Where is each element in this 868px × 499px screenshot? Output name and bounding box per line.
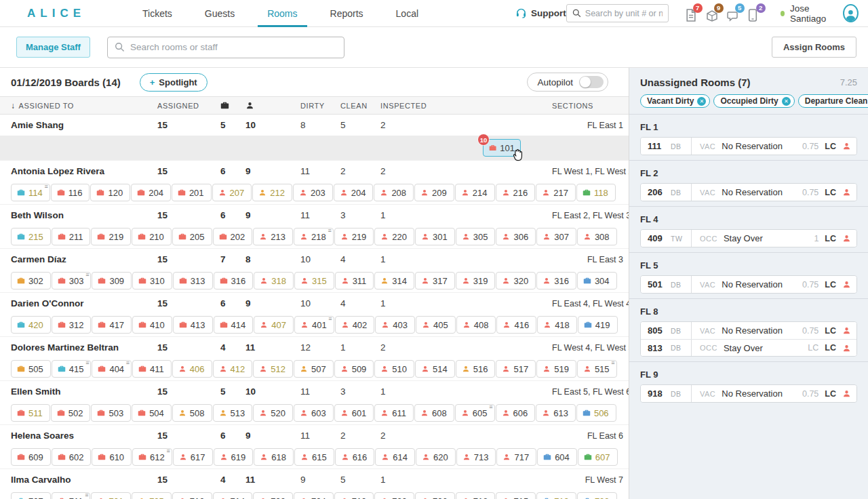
room-chip[interactable]: 114≡ [11,184,50,201]
room-chip[interactable]: 615 [294,448,334,466]
room-chip[interactable]: 408 [456,316,496,334]
room-chip[interactable]: 215 [11,228,51,245]
room-chip[interactable]: 720 [374,492,414,499]
room-chip[interactable]: 618 [254,448,294,466]
filter-chip[interactable]: Departure Clean✕ [798,94,868,108]
room-chip[interactable]: 502 [51,404,91,422]
room-chip[interactable]: 509 [334,360,374,378]
staff-name[interactable]: Beth Wilson [11,210,157,220]
assign-rooms-button[interactable]: Assign Rooms [772,37,856,58]
room-chip[interactable]: 301 [415,228,455,245]
room-chip[interactable]: 220 [374,228,414,245]
room-chip[interactable]: 704 [294,492,334,499]
staff-name[interactable]: Antonia Lòpez Rivera [11,166,157,176]
room-chip[interactable]: 316 [536,272,576,290]
phone-icon[interactable]: 2 [748,5,763,22]
room-chip[interactable]: 611 [374,404,414,422]
room-chip[interactable]: 203 [293,184,333,201]
room-chip[interactable]: 605≡ [455,404,495,422]
room-chip[interactable]: 710 [334,492,374,499]
staff-name[interactable]: Helena Soares [11,431,157,441]
room-chip[interactable]: 616 [335,448,375,466]
room-chip[interactable]: 209 [414,184,454,201]
remove-filter-icon[interactable]: ✕ [782,97,791,106]
unassigned-room-row[interactable]: 409TWOCCStay Over1LC [641,230,856,247]
room-chip[interactable]: 401≡ [294,316,334,334]
room-chip[interactable]: 419 [578,316,618,334]
staff-name[interactable]: Ilma Carvalho [11,475,157,485]
staff-name[interactable]: Ellen Smith [11,386,157,397]
room-chip[interactable]: 602 [52,448,92,466]
staff-name[interactable]: Carmen Díaz [11,254,157,264]
filter-chip[interactable]: Vacant Dirty✕ [640,94,710,108]
room-chip[interactable]: 515≡ [577,360,617,378]
room-chip[interactable]: 318 [254,272,294,290]
room-chip[interactable]: 713 [456,448,496,466]
unassigned-room-row[interactable]: 501DBVACNo Reservation0.75LC [641,276,856,293]
room-chip[interactable]: 217 [536,184,576,201]
room-chip[interactable]: 719 [536,492,576,499]
room-chip[interactable]: 219 [91,228,131,245]
room-chip[interactable]: 717 [496,448,536,466]
room-chip[interactable]: 407 [254,316,294,334]
room-chip[interactable]: 506 [576,404,616,422]
room-chip[interactable]: 608 [414,404,454,422]
room-chip[interactable]: 309 [92,272,132,290]
room-chip[interactable]: 201 [172,184,212,201]
room-chip[interactable]: 307 [536,228,576,245]
room-chip[interactable]: 705 [132,492,172,499]
room-chip[interactable]: 514 [415,360,455,378]
tab-guests[interactable]: Guests [189,0,251,27]
room-chip[interactable]: 414 [214,316,254,334]
room-chip[interactable]: 406 [172,360,212,378]
room-chip[interactable]: 516 [456,360,496,378]
room-chip[interactable]: 607 [578,448,618,466]
support-button[interactable]: Support [516,8,566,18]
room-chip[interactable]: 302 [11,272,51,290]
room-chip[interactable]: 614 [375,448,415,466]
room-chip[interactable]: 512 [253,360,293,378]
room-chip[interactable]: 205 [172,228,212,245]
room-chip[interactable]: 120 [90,184,130,201]
room-chip[interactable]: 613 [536,404,576,422]
remove-filter-icon[interactable]: ✕ [697,97,706,106]
tab-rooms[interactable]: Rooms [251,0,313,27]
room-chip[interactable]: 619 [214,448,254,466]
room-chip[interactable]: 505 [11,360,51,378]
room-chip[interactable]: 712 [172,492,212,499]
room-chip[interactable]: 402 [335,316,375,334]
room-chip[interactable]: 311 [335,272,374,290]
room-chip[interactable]: 503 [91,404,131,422]
room-chip[interactable]: 411 [132,360,172,378]
room-chip[interactable]: 510 [374,360,414,378]
room-chip[interactable]: 207 [212,184,252,201]
room-chip[interactable]: 304 [577,272,617,290]
filter-chip[interactable]: Occupied Dirty✕ [713,94,794,108]
room-chip[interactable]: 416 [496,316,536,334]
room-chip[interactable]: 213 [253,228,293,245]
room-chip[interactable]: 507 [294,360,334,378]
manage-staff-button[interactable]: Manage Staff [16,37,90,58]
room-chip[interactable]: 405 [416,316,456,334]
room-chip[interactable]: 517 [496,360,536,378]
room-chip[interactable]: 214 [455,184,495,201]
dragged-room-chip[interactable]: 10110 [483,139,521,157]
unassigned-room-row[interactable]: 918DBVACNo Reservation0.75LC [641,385,856,402]
rooms-search-input[interactable] [130,42,337,52]
room-chip[interactable]: 118 [576,184,616,201]
room-chip[interactable]: 504 [132,404,172,422]
room-chip[interactable]: 706 [415,492,455,499]
room-chip[interactable]: 310 [132,272,172,290]
room-chip[interactable]: 404≡ [92,360,132,378]
room-chip[interactable]: 715 [496,492,536,499]
chat-icon[interactable]: 5 [727,5,742,22]
staff-name[interactable]: Darien O'Connor [11,298,157,308]
room-chip[interactable]: 403 [375,316,415,334]
room-chip[interactable]: 314 [374,272,414,290]
room-chip[interactable]: 714 [213,492,253,499]
room-chip[interactable]: 418 [537,316,577,334]
room-chip[interactable]: 216 [496,184,536,201]
ticket-icon[interactable]: 7 [685,5,700,22]
room-chip[interactable]: 609 [11,448,51,466]
room-chip[interactable]: 620 [416,448,456,466]
